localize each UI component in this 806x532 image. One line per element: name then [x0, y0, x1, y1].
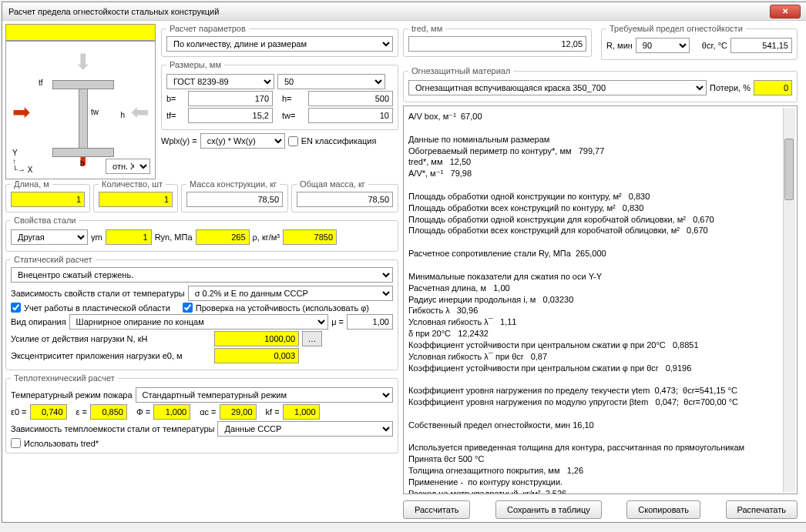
- usetred-check[interactable]: Использовать tred*: [11, 438, 393, 448]
- totalmass-input[interactable]: [297, 192, 393, 207]
- gost-select[interactable]: ГОСТ 8239-89: [166, 74, 274, 89]
- results-output: A/V box, м⁻¹ 67,00 Данные по номинальным…: [403, 105, 798, 494]
- fire-regime-select[interactable]: Стандартный температурный режим: [136, 387, 393, 403]
- static-type-select[interactable]: Внецентро сжатый стержень.: [11, 267, 393, 283]
- rmin-select[interactable]: 90: [636, 38, 690, 53]
- phi-input[interactable]: [153, 404, 190, 420]
- tw-input[interactable]: [308, 108, 393, 123]
- e0-input[interactable]: [30, 404, 67, 420]
- kf-input[interactable]: [283, 404, 320, 420]
- wplx-select[interactable]: cx(y) * Wx(y): [200, 133, 285, 149]
- ecc-input[interactable]: [214, 348, 299, 363]
- tred-input[interactable]: [408, 36, 586, 52]
- print-button[interactable]: Распечатать: [726, 500, 798, 519]
- tf-input[interactable]: [188, 108, 273, 123]
- protect-group: Огнезащитный материал Огнезащитная вспуч…: [403, 66, 798, 102]
- steel-group: Свойства стали Другая γm Ryn, МПа ρ, кг/…: [5, 216, 398, 252]
- copy-button[interactable]: Скопировать: [626, 500, 700, 519]
- b-input[interactable]: [188, 91, 273, 106]
- tcr-input[interactable]: [730, 38, 792, 53]
- steel-type-select[interactable]: Другая: [11, 229, 88, 245]
- close-button[interactable]: ✕: [770, 5, 801, 18]
- support-select[interactable]: Шарнирное опирание по концам: [69, 314, 329, 330]
- rho-input[interactable]: [283, 229, 337, 245]
- en-class-check[interactable]: EN классификация: [288, 136, 377, 146]
- sizes-group: Размеры, мм ГОСТ 8239-89 50 b= h= tf= tw…: [161, 60, 398, 130]
- stability-check[interactable]: Проверка на устойчивость (использовать φ…: [183, 303, 369, 313]
- loss-input[interactable]: [754, 80, 792, 95]
- window-title: Расчет предела огнестойкости стальных ко…: [8, 7, 219, 16]
- ryn-input[interactable]: [196, 229, 250, 245]
- force-options-button[interactable]: …: [302, 331, 322, 346]
- thermo-group: Теплотехнический расчет Температурный ре…: [5, 373, 398, 453]
- mu-input[interactable]: [347, 314, 393, 330]
- qty-input[interactable]: [99, 192, 173, 207]
- e-input[interactable]: [90, 404, 127, 420]
- static-group: Статический расчет Внецентро сжатый стер…: [5, 255, 398, 370]
- axis-select[interactable]: отн. X-X: [106, 159, 150, 174]
- heatcap-select[interactable]: Данные СССР: [217, 421, 393, 437]
- plastic-check[interactable]: Учет работы в пластической области: [11, 303, 170, 313]
- steel-dep-select[interactable]: σ 0.2% и E по данным СССР: [188, 286, 393, 301]
- size-num-select[interactable]: 50: [277, 74, 385, 89]
- scrollbar[interactable]: [783, 108, 795, 492]
- calc-params-select[interactable]: По количеству, длине и размерам: [166, 36, 393, 52]
- mass-input[interactable]: [186, 192, 283, 207]
- section-diagram: ⬇ ⬅ ➡ ⬆ tf h tw b Y↑└→ X отн. X-X: [5, 41, 156, 179]
- ac-input[interactable]: [220, 404, 257, 420]
- profile-type[interactable]: Двутавр: [5, 24, 156, 41]
- save-button[interactable]: Сохранить в таблицу: [495, 500, 602, 519]
- ym-input[interactable]: [106, 229, 152, 245]
- calculate-button[interactable]: Рассчитать: [403, 500, 470, 519]
- force-input[interactable]: [214, 331, 299, 346]
- h-input[interactable]: [308, 91, 393, 106]
- titlebar: Расчет предела огнестойкости стальных ко…: [2, 2, 806, 21]
- length-input[interactable]: [11, 192, 85, 207]
- material-select[interactable]: Огнезащитная вспучивающаяся краска 350_7…: [408, 80, 707, 95]
- calc-params-group: Расчет параметров По количеству, длине и…: [161, 24, 398, 57]
